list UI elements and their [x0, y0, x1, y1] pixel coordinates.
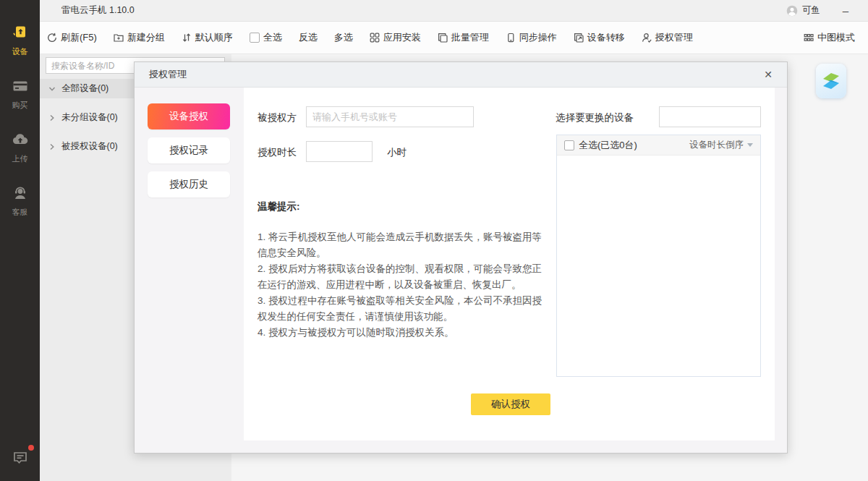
- authorizee-label: 被授权方: [258, 111, 297, 124]
- refresh-button[interactable]: 刷新(F5): [47, 31, 97, 44]
- sync-operations-button[interactable]: 同步操作: [506, 31, 557, 44]
- tips-title: 温馨提示:: [258, 200, 300, 213]
- auth-manage-dialog: 授权管理 ✕ 设备授权 授权记录 授权历史 被授权方 授权时长 小时 温馨提示:…: [134, 61, 788, 454]
- close-icon[interactable]: ✕: [761, 67, 775, 82]
- tab-auth-records[interactable]: 授权记录: [148, 137, 230, 163]
- tip-line: 2. 授权后对方将获取该台设备的控制、观看权限，可能会导致您正在运行的游戏、应用…: [258, 261, 542, 293]
- sort-dropdown[interactable]: 设备时长倒序: [689, 139, 753, 151]
- dialog-tab-column: 设备授权 授权记录 授权历史: [135, 88, 244, 454]
- purchase-card-icon: [12, 77, 29, 98]
- tip-line: 3. 授权过程中存在账号被盗取等相关安全风险，本公司不承担因授权发生的任何安全责…: [258, 293, 542, 325]
- minimize-button[interactable]: –: [833, 0, 858, 22]
- grid-four-icon: [370, 33, 380, 43]
- brand-logo-icon: [820, 69, 842, 93]
- tab-device-authorize[interactable]: 设备授权: [148, 103, 230, 129]
- device-toolbar: 刷新(F5) 新建分组 默认顺序 全选 反选 多选 应用安装 批量管理 同步操作…: [40, 22, 868, 54]
- confirm-authorize-button[interactable]: 确认授权: [471, 393, 550, 415]
- duration-unit: 小时: [387, 146, 407, 159]
- tip-line: 1. 将云手机授权至他人可能会造成云手机数据丢失，账号被盗用等信息安全风险。: [258, 229, 542, 261]
- dialog-title: 授权管理: [149, 68, 187, 81]
- avatar-icon: [786, 5, 798, 17]
- sidebar-item-label: 上传: [12, 153, 28, 164]
- sidebar-item-label: 设备: [12, 46, 28, 57]
- app-install-button[interactable]: 应用安装: [370, 31, 421, 44]
- multi-select-button[interactable]: 多选: [334, 31, 353, 44]
- user-name: 可鱼: [802, 4, 820, 17]
- dialog-titlebar: 授权管理 ✕: [135, 62, 787, 88]
- device-transfer-icon: [574, 33, 584, 43]
- auth-manage-button[interactable]: 授权管理: [642, 31, 693, 44]
- device-phone-icon: [12, 24, 29, 44]
- refresh-icon: [47, 33, 57, 43]
- app-sidebar: 设备 购买 上传 客服: [0, 0, 40, 481]
- window-titlebar: 雷电云手机 1.10.0 可鱼 –: [40, 0, 868, 22]
- invert-selection-button[interactable]: 反选: [299, 31, 318, 44]
- window-title: 雷电云手机 1.10.0: [61, 4, 135, 17]
- tab-auth-history[interactable]: 授权历史: [148, 171, 230, 197]
- select-all-checkbox[interactable]: [250, 33, 260, 43]
- list-select-all[interactable]: 全选(已选0台): [564, 139, 637, 152]
- caret-down-icon: [747, 143, 753, 147]
- chat-bubble-icon: [12, 449, 29, 467]
- sidebar-item-devices[interactable]: 设备: [0, 22, 40, 59]
- assistant-logo-button[interactable]: [816, 64, 846, 98]
- chevron-right-icon: [48, 143, 56, 150]
- dialog-content-pane: 被授权方 授权时长 小时 温馨提示: 1. 将云手机授权至他人可能会造成云手机数…: [244, 88, 775, 440]
- view-mode-button[interactable]: 中图模式: [804, 31, 855, 44]
- folder-plus-icon: [114, 33, 124, 43]
- device-select-list: 全选(已选0台) 设备时长倒序: [556, 135, 761, 377]
- new-group-button[interactable]: 新建分组: [114, 31, 165, 44]
- sidebar-item-service[interactable]: 客服: [0, 182, 40, 220]
- cloud-upload-icon: [12, 131, 29, 151]
- device-select-label: 选择要更换的设备: [556, 111, 634, 124]
- grid-six-icon: [804, 33, 814, 43]
- user-account[interactable]: 可鱼: [786, 4, 820, 17]
- sort-arrows-icon: [182, 33, 192, 43]
- duration-input[interactable]: [306, 141, 373, 162]
- phone-sync-icon: [506, 33, 516, 43]
- customer-service-headset-icon: [12, 184, 29, 205]
- chevron-down-icon: [48, 85, 56, 93]
- batch-manage-button[interactable]: 批量管理: [438, 31, 489, 44]
- duration-label: 授权时长: [258, 146, 297, 159]
- list-select-all-checkbox[interactable]: [564, 140, 574, 150]
- notification-dot: [28, 445, 34, 451]
- chevron-right-icon: [48, 114, 56, 122]
- default-order-button[interactable]: 默认顺序: [182, 31, 233, 44]
- messages-button[interactable]: [12, 449, 29, 469]
- select-all-toolbar[interactable]: 全选: [250, 31, 282, 44]
- device-list-header: 全选(已选0台) 设备时长倒序: [557, 135, 760, 156]
- device-filter-input[interactable]: [659, 106, 761, 127]
- tips-text: 1. 将云手机授权至他人可能会造成云手机数据丢失，账号被盗用等信息安全风险。 2…: [258, 229, 542, 341]
- tip-line: 4. 授权方与被授权方可以随时取消授权关系。: [258, 325, 542, 341]
- sidebar-item-purchase[interactable]: 购买: [0, 75, 40, 113]
- sidebar-item-label: 客服: [12, 207, 28, 218]
- layers-icon: [438, 33, 448, 43]
- device-transfer-button[interactable]: 设备转移: [574, 31, 625, 44]
- sidebar-item-upload[interactable]: 上传: [0, 129, 40, 166]
- authorizee-input[interactable]: [306, 106, 474, 127]
- sidebar-item-label: 购买: [12, 100, 28, 111]
- user-check-icon: [642, 33, 652, 43]
